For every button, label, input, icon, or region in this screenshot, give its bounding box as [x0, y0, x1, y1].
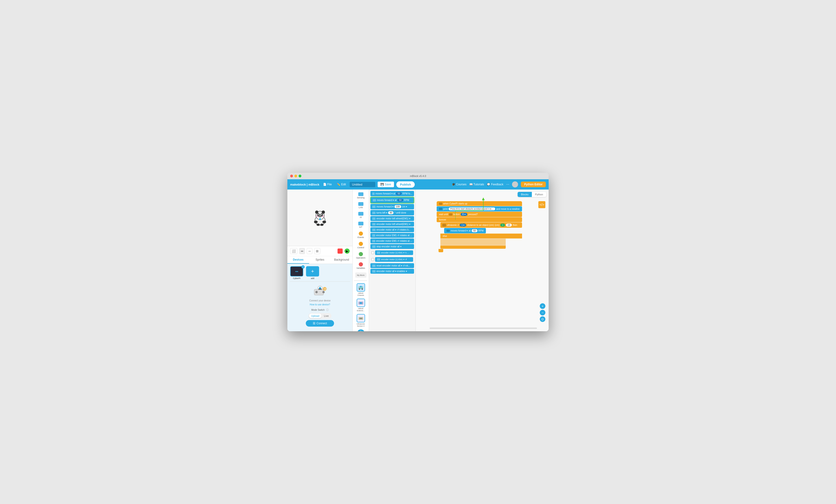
edit-menu-button[interactable]: ✏️ Edit: [336, 182, 347, 187]
zoom-in-button[interactable]: +: [540, 303, 545, 309]
svg-point-2: [315, 211, 318, 214]
block-encoder-rotate[interactable]: encoder motor (1) EM1 ▾ ↺: [375, 257, 413, 262]
mode-switch-row: Mode Switch ⓘ: [311, 308, 328, 312]
zoom-out-button[interactable]: −: [540, 310, 545, 315]
connect-button[interactable]: ⛓ Connect: [306, 320, 334, 327]
block-checkbox-1[interactable]: [371, 251, 374, 254]
block-robot-icon-14: [372, 270, 376, 272]
block-encoder-left2[interactable]: encoder motor left wheel(EM1) ▾: [370, 222, 414, 227]
view-full-button[interactable]: ⬜: [290, 248, 298, 254]
navbar: makeblock | mBlock 📄 File ✏️ Edit 💾 Save…: [287, 179, 549, 190]
project-title-input[interactable]: [350, 182, 375, 187]
add-device-button[interactable]: +: [306, 266, 319, 276]
print-block[interactable]: print Press B to start obstacle avoidanc…: [437, 206, 522, 211]
block-encoder-em1-rotates1[interactable]: encoder motor EM1 ↺ rotates at ...: [370, 233, 414, 238]
more-menu-button[interactable]: ···: [506, 182, 509, 187]
close-button[interactable]: [290, 175, 293, 177]
tab-python[interactable]: Python: [532, 192, 546, 197]
user-avatar[interactable]: [512, 181, 518, 188]
device-remove-button[interactable]: ×: [301, 265, 305, 269]
else-text: else: [443, 235, 447, 237]
tab-sprites[interactable]: Sprites: [309, 256, 331, 264]
events-icon: [359, 232, 363, 236]
tab-blocks[interactable]: Blocks: [518, 192, 532, 197]
svg-rect-26: [318, 289, 322, 290]
tutorials-link[interactable]: 📖 Tutorials: [469, 183, 484, 186]
move-icon: [446, 230, 450, 232]
add-extension-button[interactable]: +: [358, 329, 364, 331]
block-encoder-em1-rotates2[interactable]: encoder motor EM1 ↺ rotates at ...: [370, 238, 414, 244]
code-blocks-container: when CyberPi starts up print Press B to …: [437, 201, 522, 252]
upload-mode-button[interactable]: Upload: [309, 313, 322, 318]
code-toggle-button[interactable]: </>: [538, 201, 545, 208]
ext-mbot2chassis[interactable]: mBot2Chassis: [356, 282, 366, 297]
else-block[interactable]: else: [440, 234, 522, 238]
play-button[interactable]: ▶: [344, 249, 350, 254]
canvas-area[interactable]: Blocks Python </> when CyberPi starts up: [416, 190, 549, 331]
view-split-left-button[interactable]: ▪▪: [299, 248, 305, 254]
wait-block[interactable]: wait until button B ▾ pressed?: [437, 212, 522, 217]
category-control[interactable]: Control: [354, 240, 368, 250]
feedback-link[interactable]: 💬 Feedback: [487, 183, 504, 186]
live-mode-button[interactable]: Live: [322, 313, 331, 318]
robot-preview-image: ⚙: [312, 285, 328, 297]
device-name-label: CyberPi: [293, 277, 301, 279]
svg-point-30: [359, 288, 360, 290]
category-ai[interactable]: AI: [354, 211, 368, 220]
tab-devices[interactable]: Devices: [287, 256, 309, 264]
block-encoder-s[interactable]: encoder motor (1) EM1 ▾ 's ...: [375, 250, 413, 255]
block-moves-forward-cm[interactable]: moves forward ▾ 100 cm ▾: [370, 204, 414, 209]
events-label: Events: [358, 236, 364, 238]
ext-mbot2ext[interactable]: mBot2Extensi...: [356, 298, 366, 313]
category-myblock[interactable]: My Block: [354, 271, 368, 279]
iot-icon: [358, 222, 363, 226]
main-content: ⬜ ▪▪ ▫▫ ⊞ ▶ Devices Sprites Background: [287, 190, 549, 331]
category-iot[interactable]: IoT: [354, 220, 368, 230]
block-encoder-enables[interactable]: encoder motor all ▾ enables ▾: [370, 269, 414, 274]
courses-link[interactable]: 🎓 Courses: [452, 183, 467, 186]
block-stop-encoder[interactable]: stop encoder motor all ▾: [370, 244, 414, 249]
zoom-out-icon: −: [542, 311, 544, 314]
panda-sprite: [311, 208, 329, 227]
block-checkbox-2[interactable]: [371, 258, 374, 261]
publish-button[interactable]: Publish: [396, 181, 415, 188]
view-grid-button[interactable]: ⊞: [314, 248, 320, 254]
control-label: Control: [357, 247, 364, 249]
maximize-button[interactable]: [299, 175, 301, 177]
stage-area: [287, 190, 353, 246]
feedback-icon: 💬: [487, 183, 490, 186]
view-split-right-button[interactable]: ▫▫: [307, 248, 312, 254]
category-operators[interactable]: Operators: [354, 251, 368, 260]
sensor-text: ultrasonic 2: [447, 224, 459, 226]
category-events[interactable]: Events: [354, 230, 368, 240]
event-block[interactable]: when CyberPi starts up: [437, 201, 522, 206]
block-moves-forward-rpm2[interactable]: moves forward ▾ at 50 RPM: [370, 197, 414, 203]
block-reset-encoder[interactable]: reset encoder motor all ▾ ↺ rot...: [370, 263, 414, 268]
add-device-item[interactable]: + add: [306, 266, 320, 279]
file-menu-button[interactable]: 📄 File: [322, 182, 333, 187]
stop-button[interactable]: [338, 249, 343, 254]
svg-point-32: [360, 286, 362, 287]
category-variables[interactable]: Variables: [354, 261, 368, 271]
svg-point-8: [318, 214, 319, 215]
if-condition-block[interactable]: ultrasonic 2 1 ▾ distance to an object (…: [440, 222, 522, 228]
block-encoder-all-rotates[interactable]: encoder motor all ▾ ↺ rotates b...: [370, 227, 414, 232]
block-turns-left[interactable]: turns left ▾ 90 ° until done: [370, 210, 414, 215]
python-editor-button[interactable]: Python Editor: [521, 181, 546, 187]
svg-point-11: [316, 215, 318, 217]
zoom-reset-button[interactable]: ⊙: [540, 316, 545, 322]
category-sensing[interactable]: Sensing: [354, 191, 368, 200]
category-lan[interactable]: LAN: [354, 201, 368, 210]
forever-block[interactable]: forever: [437, 217, 522, 222]
block-moves-forward-rpm1[interactable]: moves forward ▾ at 50 RPM fo...: [370, 191, 414, 196]
move-forward-block[interactable]: moves forward ▾ at 50 RPM: [444, 228, 486, 233]
ext-ultrasonic[interactable]: UltrasonicSensor 2: [356, 313, 366, 328]
minimize-button[interactable]: [294, 175, 297, 177]
cyberpi-device[interactable]: × ■■■ CyberPi: [290, 266, 304, 279]
how-to-link[interactable]: How to use device?: [310, 303, 330, 306]
block-robot-icon-8: [372, 234, 375, 237]
tab-background[interactable]: Background: [331, 256, 353, 264]
save-button[interactable]: 💾 Save: [378, 181, 394, 187]
block-encoder-left1[interactable]: encoder motor left wheel(EM1) ▾: [370, 216, 414, 221]
horizontal-scrollbar[interactable]: [430, 328, 537, 329]
